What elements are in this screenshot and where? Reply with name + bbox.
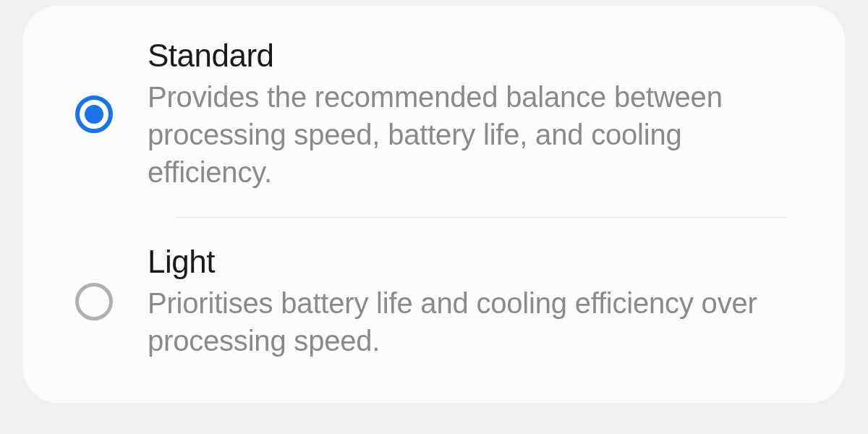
option-title: Standard xyxy=(148,38,801,74)
option-description: Provides the recommended balance between… xyxy=(148,78,801,191)
option-description: Prioritises battery life and cooling eff… xyxy=(148,284,801,359)
option-title: Light xyxy=(148,244,801,280)
option-standard[interactable]: Standard Provides the recommended balanc… xyxy=(23,12,845,217)
option-light[interactable]: Light Prioritises battery life and cooli… xyxy=(23,218,845,386)
option-text-block: Standard Provides the recommended balanc… xyxy=(148,38,801,191)
options-card: Standard Provides the recommended balanc… xyxy=(23,6,845,403)
radio-selected-icon xyxy=(75,95,113,133)
radio-unselected-icon xyxy=(75,283,113,320)
option-text-block: Light Prioritises battery life and cooli… xyxy=(148,244,801,359)
